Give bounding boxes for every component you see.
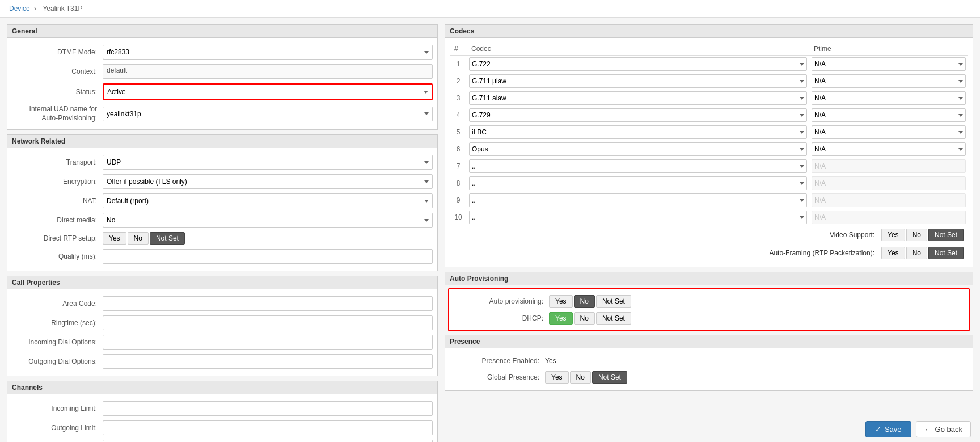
ptime-select[interactable]: N/A xyxy=(812,74,966,88)
codec-row: 10..N/A xyxy=(450,209,968,226)
presence-enabled-value: Yes xyxy=(545,357,556,365)
internal-uad-row: Internal UAD name for Auto-Provisioning:… xyxy=(7,103,437,125)
encryption-row: Encryption: Offer if possible (TLS only) xyxy=(7,172,437,191)
outgoing-limit-input[interactable]: 2 xyxy=(103,420,433,435)
presence-enabled-row: Presence Enabled: Yes xyxy=(450,353,968,369)
ap-yes-btn[interactable]: Yes xyxy=(549,295,573,308)
codec-select[interactable]: .. xyxy=(469,193,807,207)
encryption-select[interactable]: Offer if possible (TLS only) xyxy=(103,174,433,189)
global-notset-btn[interactable]: Not Set xyxy=(592,371,627,384)
codec-row-num: 10 xyxy=(450,209,467,226)
call-properties-header: Call Properties xyxy=(7,276,438,289)
save-button[interactable]: ✓ Save xyxy=(865,421,911,437)
video-support-label: Video Support: xyxy=(830,231,875,239)
video-no-btn[interactable]: No xyxy=(906,229,927,241)
ptime-select: N/A xyxy=(812,159,966,173)
status-select[interactable]: Active xyxy=(104,85,432,99)
auto-framing-label: Auto-Framing (RTP Packetization): xyxy=(769,249,875,257)
context-row: Context: default xyxy=(7,62,437,81)
ptime-select[interactable]: N/A xyxy=(812,108,966,122)
auto-framing-no-btn[interactable]: No xyxy=(906,247,927,259)
network-section: Network Related Transport: UDP Encryptio… xyxy=(7,134,438,276)
nat-select[interactable]: Default (rport) xyxy=(103,193,433,208)
codec-row: 5iLBCN/A xyxy=(450,124,968,141)
global-presence-label: Global Presence: xyxy=(454,373,545,381)
ptime-select[interactable]: N/A xyxy=(812,125,966,139)
col-num: # xyxy=(450,43,467,56)
dhcp-no-btn[interactable]: No xyxy=(574,312,595,325)
col-ptime: Ptime xyxy=(809,43,968,56)
status-select-wrapper: Active xyxy=(103,83,433,100)
outgoing-dial-input[interactable] xyxy=(103,354,433,369)
ptime-select[interactable]: N/A xyxy=(812,57,966,71)
video-notset-btn[interactable]: Not Set xyxy=(928,229,964,241)
video-yes-btn[interactable]: Yes xyxy=(881,229,905,241)
direct-media-select[interactable]: No xyxy=(103,213,433,228)
dhcp-yes-btn[interactable]: Yes xyxy=(549,312,573,325)
main-container: General DTMF Mode: rfc2833 Context: defa… xyxy=(0,18,980,442)
channels-body: Incoming Limit: 2 Outgoing Limit: 2 Busy… xyxy=(7,394,438,442)
direct-rtp-btngroup: Yes No Not Set xyxy=(103,232,185,245)
breadcrumb-parent[interactable]: Device xyxy=(9,5,30,12)
codec-select[interactable]: G.729 xyxy=(469,108,807,122)
direct-rtp-yes-btn[interactable]: Yes xyxy=(103,232,126,245)
video-support-row: Video Support: Yes No Not Set xyxy=(450,226,968,244)
direct-rtp-no-btn[interactable]: No xyxy=(128,232,149,245)
dhcp-notset-btn[interactable]: Not Set xyxy=(596,312,631,325)
codec-select[interactable]: G.722 xyxy=(469,57,807,71)
go-back-button[interactable]: ← Go back xyxy=(916,421,971,437)
transport-label: Transport: xyxy=(12,158,103,166)
auto-provisioning-box: Auto provisioning: Yes No Not Set DHCP: … xyxy=(448,288,970,331)
goback-icon: ← xyxy=(924,425,932,433)
right-panel: Codecs # Codec Ptime 1G.722N/A2G.711 μla… xyxy=(445,24,973,442)
dhcp-row: DHCP: Yes No Not Set xyxy=(454,310,964,327)
video-support-btngroup: Yes No Not Set xyxy=(881,229,964,241)
internal-uad-label: Internal UAD name for Auto-Provisioning: xyxy=(12,105,103,123)
busy-level-input[interactable] xyxy=(103,440,433,442)
global-no-btn[interactable]: No xyxy=(570,371,591,384)
busy-level-row: Busy level: xyxy=(7,437,437,442)
presence-section: Presence Presence Enabled: Yes Global Pr… xyxy=(445,335,973,391)
ptime-select[interactable]: N/A xyxy=(812,142,966,156)
codec-row: 1G.722N/A xyxy=(450,56,968,73)
general-section-body: DTMF Mode: rfc2833 Context: default Stat… xyxy=(7,37,438,130)
global-yes-btn[interactable]: Yes xyxy=(545,371,569,384)
codec-select[interactable]: .. xyxy=(469,176,807,190)
codec-select[interactable]: G.711 μlaw xyxy=(469,74,807,88)
incoming-limit-row: Incoming Limit: 2 xyxy=(7,399,437,418)
dtmf-mode-row: DTMF Mode: rfc2833 xyxy=(7,43,437,62)
area-code-input[interactable] xyxy=(103,296,433,311)
ptime-select[interactable]: N/A xyxy=(812,91,966,105)
qualify-label: Qualify (ms): xyxy=(12,252,103,260)
incoming-limit-input[interactable]: 2 xyxy=(103,401,433,416)
qualify-row: Qualify (ms): 8000 xyxy=(7,247,437,266)
network-section-header: Network Related xyxy=(7,134,438,148)
codec-select[interactable]: Opus xyxy=(469,142,807,156)
internal-uad-select[interactable]: yealinkt31p xyxy=(103,107,433,121)
incoming-dial-input[interactable]: tr xyxy=(103,335,433,350)
area-code-label: Area Code: xyxy=(12,300,103,308)
ap-notset-btn[interactable]: Not Set xyxy=(596,295,631,308)
dtmf-mode-select[interactable]: rfc2833 xyxy=(103,45,433,60)
nat-label: NAT: xyxy=(12,197,103,205)
codec-select[interactable]: .. xyxy=(469,211,807,224)
ptime-select: N/A xyxy=(812,176,966,190)
codec-row-num: 3 xyxy=(450,90,467,107)
ap-no-btn[interactable]: No xyxy=(574,295,595,308)
ap-row: Auto provisioning: Yes No Not Set xyxy=(454,293,964,310)
ringtime-input[interactable]: 32 xyxy=(103,315,433,330)
codec-select[interactable]: .. xyxy=(469,159,807,173)
network-section-body: Transport: UDP Encryption: Offer if poss… xyxy=(7,148,438,271)
codec-select[interactable]: iLBC xyxy=(469,125,807,139)
codec-row-num: 2 xyxy=(450,73,467,90)
auto-framing-notset-btn[interactable]: Not Set xyxy=(928,247,964,259)
direct-rtp-row: Direct RTP setup: Yes No Not Set xyxy=(7,230,437,247)
transport-select[interactable]: UDP xyxy=(103,155,433,170)
direct-rtp-notset-btn[interactable]: Not Set xyxy=(150,232,185,245)
codec-row-num: 4 xyxy=(450,107,467,124)
auto-framing-yes-btn[interactable]: Yes xyxy=(881,247,905,259)
call-properties-body: Area Code: Ringtime (sec): 32 Incoming D… xyxy=(7,289,438,376)
qualify-input[interactable]: 8000 xyxy=(103,249,433,264)
incoming-dial-row: Incoming Dial Options: tr xyxy=(7,332,437,352)
codec-select[interactable]: G.711 alaw xyxy=(469,91,807,105)
